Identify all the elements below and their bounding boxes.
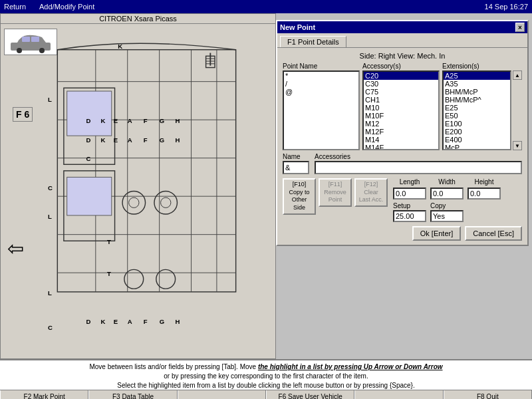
- point-name-item[interactable]: *: [284, 72, 358, 80]
- copy-input[interactable]: [430, 210, 464, 222]
- dialog-title: New Point: [280, 23, 315, 31]
- f3-data-table[interactable]: F3 Data Table: [88, 390, 177, 399]
- status-line2: or by pressing the key corresponding to …: [164, 372, 368, 380]
- dialog-close-button[interactable]: ×: [515, 23, 525, 32]
- setup-group: Setup: [393, 202, 426, 222]
- name-acc-row: Name Accessories: [283, 153, 522, 174]
- extension-scroll-down[interactable]: ▼: [513, 141, 522, 150]
- accessory-item[interactable]: M14F: [364, 144, 438, 150]
- svg-text:F: F: [144, 136, 148, 144]
- width-input[interactable]: [430, 188, 464, 200]
- accessory-item[interactable]: M14: [364, 136, 438, 144]
- extension-item[interactable]: McP: [444, 144, 510, 150]
- svg-text:T: T: [107, 270, 111, 277]
- svg-text:E: E: [114, 318, 118, 325]
- side-info: Side: Right View: Mech. In: [283, 52, 522, 60]
- accessory-item[interactable]: M12F: [364, 128, 438, 136]
- extension-item[interactable]: A35: [444, 80, 510, 88]
- extension-list[interactable]: A25A35BHM/McPBHM/McP^E25E50E100E200E400M…: [442, 70, 511, 150]
- svg-text:G: G: [160, 318, 164, 325]
- svg-text:A: A: [128, 136, 132, 144]
- svg-text:E: E: [114, 117, 118, 124]
- accessory-list[interactable]: C20C30C75CH1M10M10FM12M12FM14M14FM16M16F: [362, 70, 440, 150]
- f12-clear-last-acc-button[interactable]: [F12]ClearLast Acc.: [354, 178, 388, 207]
- dimensions-section: Length Width Height Setup: [393, 178, 501, 222]
- svg-text:F: F: [144, 318, 148, 325]
- f10-copy-other-side-button[interactable]: [F10]Copy toOtherSide: [283, 178, 316, 215]
- svg-point-21: [122, 192, 146, 215]
- svg-text:F: F: [144, 117, 148, 124]
- dim-inputs-row: [393, 188, 501, 200]
- svg-text:C: C: [48, 324, 53, 331]
- f4-empty: [178, 390, 266, 399]
- f8-quit[interactable]: F8 Quit: [444, 390, 532, 399]
- svg-rect-19: [67, 91, 112, 136]
- accessory-item[interactable]: CH1: [364, 96, 438, 104]
- title-text: Add/Modify Point: [39, 3, 94, 11]
- svg-text:L: L: [48, 213, 52, 220]
- ok-button[interactable]: Ok [Enter]: [412, 226, 462, 241]
- fkeys-bar: F2 Mark Point F3 Data Table F6 Save User…: [0, 390, 532, 399]
- diagram-area: CITROEN Xsara Picass F 6 ⇦: [0, 13, 276, 359]
- svg-text:D: D: [86, 318, 90, 325]
- copy-group: Copy: [430, 202, 464, 222]
- svg-text:H: H: [176, 318, 180, 325]
- svg-text:T: T: [107, 238, 111, 245]
- setup-copy-section: Setup Copy: [393, 202, 501, 222]
- extension-item[interactable]: BHM/McP^: [444, 96, 510, 104]
- extension-item[interactable]: A25: [444, 72, 510, 80]
- setup-label: Setup: [393, 202, 426, 209]
- svg-text:A: A: [128, 318, 132, 325]
- svg-text:H: H: [176, 136, 180, 144]
- svg-text:D: D: [86, 117, 90, 124]
- extension-item[interactable]: E400: [444, 136, 510, 144]
- extension-item[interactable]: E50: [444, 112, 510, 120]
- height-input[interactable]: [467, 188, 501, 200]
- point-name-item[interactable]: @: [284, 88, 358, 96]
- ok-cancel-row: Ok [Enter] Cancel [Esc]: [283, 226, 522, 241]
- f2-mark-point[interactable]: F2 Mark Point: [0, 390, 88, 399]
- buttons-row: [F10]Copy toOtherSide [F11]RemovePoint […: [283, 178, 522, 222]
- svg-point-23: [154, 192, 177, 215]
- name-input[interactable]: [283, 161, 309, 174]
- accessory-item[interactable]: M10: [364, 104, 438, 112]
- accessories-section: Accessories: [315, 153, 522, 174]
- f7-empty: [354, 390, 443, 399]
- accessory-item[interactable]: C30: [364, 80, 438, 88]
- point-name-label: Point Name: [283, 63, 360, 70]
- svg-text:D: D: [86, 136, 90, 144]
- extension-item[interactable]: E200: [444, 128, 510, 136]
- tab-f1-point-details[interactable]: F1 Point Details: [280, 36, 346, 47]
- title-bar-left: Return Add/Modify Point: [4, 3, 94, 11]
- title-datetime: 14 Sep 16:27: [485, 3, 528, 11]
- return-link[interactable]: Return: [4, 3, 26, 11]
- extension-item[interactable]: E100: [444, 120, 510, 128]
- setup-input[interactable]: [393, 210, 426, 222]
- accessories-input[interactable]: [315, 161, 522, 174]
- extension-item[interactable]: BHM/McP: [444, 88, 510, 96]
- cancel-button[interactable]: Cancel [Esc]: [465, 226, 522, 241]
- point-name-item[interactable]: /: [284, 80, 358, 88]
- new-point-dialog: New Point × F1 Point Details Side: Right…: [276, 20, 529, 246]
- accessory-item[interactable]: M12: [364, 120, 438, 128]
- svg-text:K: K: [100, 117, 105, 124]
- copy-label: Copy: [430, 202, 464, 209]
- point-name-section: Point Name */@: [283, 63, 360, 150]
- accessory-item[interactable]: C75: [364, 88, 438, 96]
- length-input[interactable]: [393, 188, 426, 200]
- accessory-item[interactable]: M10F: [364, 112, 438, 120]
- height-label: Height: [467, 178, 501, 186]
- dialog-title-bar: New Point ×: [277, 21, 527, 33]
- svg-text:K: K: [118, 43, 122, 50]
- extension-item[interactable]: E25: [444, 104, 510, 112]
- point-name-list[interactable]: */@: [283, 70, 360, 150]
- f6-save-user-vehicle[interactable]: F6 Save User Vehicle: [266, 390, 354, 399]
- length-label: Length: [393, 178, 426, 186]
- extension-section: Extension(s) A25A35BHM/McPBHM/McP^E25E50…: [442, 63, 522, 150]
- name-section: Name: [283, 153, 309, 174]
- main-area: CITROEN Xsara Picass F 6 ⇦: [0, 13, 532, 359]
- accessory-item[interactable]: C20: [364, 72, 438, 80]
- f11-remove-point-button[interactable]: [F11]RemovePoint: [319, 178, 352, 207]
- extension-scroll-up[interactable]: ▲: [513, 70, 522, 80]
- car-diagram-svg: K L L L C C T T C D K E A F G H D K E A …: [1, 31, 276, 336]
